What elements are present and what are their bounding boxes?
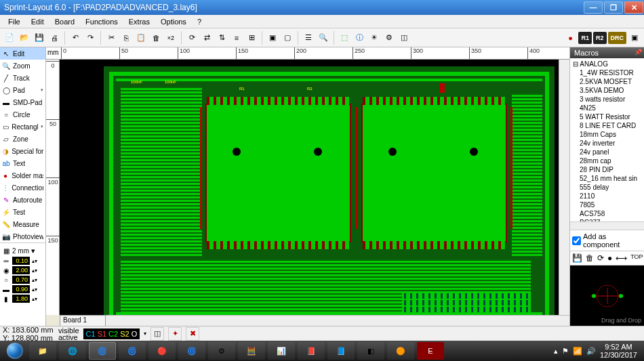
tool-smd[interactable]: ▬SMD-Pad bbox=[0, 96, 45, 108]
board-tab[interactable]: Board 1 bbox=[60, 315, 106, 326]
add-as-component[interactable]: Add as component bbox=[570, 230, 644, 251]
mirror-h-icon[interactable]: ⇄ bbox=[200, 31, 214, 45]
pcb-canvas[interactable]: 100nF 100nF R1 R2 bbox=[60, 60, 559, 315]
macro-flip-icon[interactable]: ● bbox=[607, 253, 612, 263]
setting-v5[interactable]: 1.80 bbox=[12, 295, 30, 303]
snap-icon[interactable]: ⊞ bbox=[245, 31, 258, 45]
macro-item[interactable]: 5 WATT Resistor bbox=[571, 112, 643, 121]
paste-icon[interactable]: 📋 bbox=[134, 31, 148, 45]
macro-item[interactable]: 18mm Caps bbox=[571, 130, 643, 139]
menu-options[interactable]: Options bbox=[155, 16, 192, 27]
taskbar-app-sprint2[interactable]: 🌀 bbox=[119, 342, 146, 360]
taskbar-app-unknown[interactable]: ◧ bbox=[357, 342, 384, 360]
copy-icon[interactable]: ⎘ bbox=[119, 31, 133, 45]
taskbar-app-settings[interactable]: ⚙ bbox=[208, 342, 235, 360]
tray-clock[interactable]: 9:52 AM 12/30/2017 bbox=[600, 343, 637, 359]
macro-item[interactable]: 2110 bbox=[571, 192, 643, 200]
tray-sound-icon[interactable]: 🔊 bbox=[586, 347, 596, 356]
taskbar-app-explorer[interactable]: 📁 bbox=[29, 342, 56, 360]
macro-item[interactable]: 3.5KVA DEMO bbox=[571, 86, 643, 95]
tool-track[interactable]: ╱Track bbox=[0, 72, 45, 84]
info-icon[interactable]: ⓘ bbox=[353, 31, 366, 45]
menu-extras[interactable]: Extras bbox=[123, 16, 155, 27]
tool-measure[interactable]: 📏Measure bbox=[0, 218, 45, 230]
undo-icon[interactable]: ↶ bbox=[68, 31, 82, 45]
project-icon[interactable]: ☀ bbox=[367, 31, 381, 45]
mode-cross-icon[interactable]: ✖ bbox=[186, 327, 199, 341]
tool-text[interactable]: abText bbox=[0, 157, 45, 169]
macros-tree[interactable]: ANALOG 1_4W RESISTOR2.5KVA MOSFET3.5KVA … bbox=[570, 58, 644, 221]
start-button[interactable] bbox=[3, 341, 27, 360]
layer-selector[interactable]: C1 S1 C2 S2 O bbox=[83, 328, 140, 339]
menu-functions[interactable]: Functions bbox=[80, 16, 123, 27]
duplicate-icon[interactable]: ×2 bbox=[164, 31, 178, 45]
record-icon[interactable]: ● bbox=[563, 31, 577, 45]
setting-v4[interactable]: 0.90 bbox=[12, 285, 30, 293]
macro-item[interactable]: 24v inverter bbox=[571, 139, 643, 148]
grid-value[interactable]: 2 mm bbox=[12, 247, 29, 255]
taskbar-app-chrome[interactable]: 🌐 bbox=[59, 342, 86, 360]
macro-item[interactable]: 4N25 bbox=[571, 104, 643, 112]
tool-circle[interactable]: ○Circle bbox=[0, 108, 45, 121]
tool-edit[interactable]: ↖Edit bbox=[0, 47, 45, 60]
tool-rect[interactable]: ▭Rectangle▾ bbox=[0, 121, 45, 133]
macro-item[interactable]: 2.5KVA MOSFET bbox=[571, 77, 643, 86]
tray-up-icon[interactable]: ▴ bbox=[554, 347, 558, 356]
scrollbar-vertical[interactable] bbox=[559, 60, 569, 315]
redo-icon[interactable]: ↷ bbox=[83, 31, 97, 45]
menu-board[interactable]: Board bbox=[49, 16, 80, 27]
save-icon[interactable]: 💾 bbox=[33, 31, 46, 45]
tool-pad[interactable]: ◯Pad▾ bbox=[0, 84, 45, 96]
tool-zone[interactable]: ▱Zone bbox=[0, 133, 45, 145]
badge-r1[interactable]: R1 bbox=[578, 32, 592, 44]
macro-layer-label[interactable]: TOP bbox=[630, 253, 643, 263]
macro-item[interactable]: 28 PIN DIP bbox=[571, 165, 643, 174]
menu-edit[interactable]: Edit bbox=[26, 16, 49, 27]
new-icon[interactable]: 📄 bbox=[3, 31, 16, 45]
system-tray[interactable]: ▴ ⚑ 📶 🔊 9:52 AM 12/30/2017 bbox=[554, 343, 641, 359]
macro-delete-icon[interactable]: 🗑 bbox=[586, 253, 594, 263]
taskbar-app-pdf[interactable]: 📕 bbox=[298, 342, 325, 360]
footprint-icon[interactable]: ◫ bbox=[397, 31, 411, 45]
ungroup-icon[interactable]: ▢ bbox=[281, 31, 294, 45]
zoom-fit-icon[interactable]: 🔍 bbox=[317, 31, 330, 45]
taskbar-app-word[interactable]: 📘 bbox=[327, 342, 355, 360]
macros-scroll-h[interactable] bbox=[570, 221, 644, 230]
tool-special[interactable]: ◑Special form bbox=[0, 145, 45, 157]
layer-dropdown-icon[interactable]: ▾ bbox=[144, 331, 146, 337]
macros-root[interactable]: ANALOG bbox=[571, 60, 643, 68]
macros-toggle-icon[interactable]: ▣ bbox=[628, 31, 641, 45]
macro-item[interactable]: 555 delay bbox=[571, 183, 643, 192]
selector-icon[interactable]: ⬚ bbox=[338, 31, 351, 45]
badge-drc[interactable]: DRC bbox=[608, 32, 627, 44]
macro-item[interactable]: 8 LINE FET CARD bbox=[571, 121, 643, 130]
minimize-button[interactable]: — bbox=[584, 1, 603, 14]
macro-rotate-icon[interactable]: ⟳ bbox=[597, 253, 604, 263]
gear-icon[interactable]: ⚙ bbox=[382, 31, 396, 45]
mirror-v-icon[interactable]: ⇅ bbox=[215, 31, 228, 45]
macro-item[interactable]: 3 watts resistor bbox=[571, 95, 643, 104]
scrollbar-horizontal[interactable] bbox=[106, 315, 569, 326]
taskbar-app-monitor[interactable]: 📊 bbox=[268, 342, 295, 360]
pin-icon[interactable]: 📌 bbox=[635, 49, 642, 56]
tray-network-icon[interactable]: 📶 bbox=[573, 347, 582, 356]
menu-help[interactable]: ? bbox=[192, 16, 207, 27]
setting-v2[interactable]: 2.00 bbox=[12, 266, 30, 274]
mode-target-icon[interactable]: ✦ bbox=[168, 327, 182, 341]
macro-item[interactable]: ACS758 bbox=[571, 209, 643, 218]
close-button[interactable]: ✕ bbox=[624, 1, 643, 14]
delete-icon[interactable]: 🗑 bbox=[149, 31, 163, 45]
tool-test[interactable]: ⚡Test bbox=[0, 206, 45, 218]
add-as-component-checkbox[interactable] bbox=[572, 236, 581, 245]
print-icon[interactable]: 🖨 bbox=[47, 31, 61, 45]
badge-r2[interactable]: R2 bbox=[593, 32, 607, 44]
taskbar-app-calc[interactable]: 🧮 bbox=[238, 342, 265, 360]
macro-item[interactable]: 7805 bbox=[571, 200, 643, 209]
taskbar-app-e[interactable]: E bbox=[417, 342, 444, 360]
components-icon[interactable]: ☰ bbox=[302, 31, 315, 45]
tool-connections[interactable]: ⋮Connections bbox=[0, 182, 45, 194]
mode-transparent-icon[interactable]: ◫ bbox=[150, 327, 164, 341]
menu-file[interactable]: File bbox=[3, 16, 26, 27]
tool-photoview[interactable]: 📷Photoview bbox=[0, 230, 45, 242]
macro-item[interactable]: 1_4W RESISTOR bbox=[571, 68, 643, 77]
